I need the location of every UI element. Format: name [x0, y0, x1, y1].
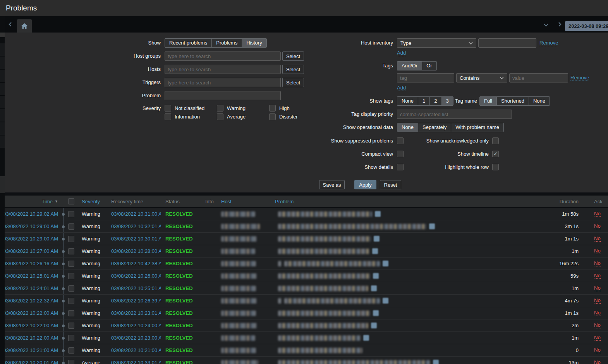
problem-time-link[interactable]: 03/08/2022 10:22:32 AM	[5, 298, 58, 304]
operational-data-separately[interactable]: Separately	[418, 123, 451, 132]
tag-name-input[interactable]	[397, 73, 454, 82]
row-checkbox[interactable]	[68, 360, 74, 364]
row-checkbox[interactable]	[68, 236, 74, 242]
highlight-whole-row-checkbox[interactable]	[492, 164, 499, 170]
triggers-input[interactable]	[165, 78, 281, 87]
host-inventory-value-input[interactable]	[478, 38, 536, 48]
ack-link[interactable]: No	[594, 285, 601, 291]
ack-link[interactable]: No	[594, 273, 601, 279]
status-link[interactable]: RESOLVED	[165, 298, 193, 304]
host-inventory-type-select[interactable]: Type	[397, 38, 476, 48]
status-link[interactable]: RESOLVED	[165, 261, 193, 266]
recovery-time-link[interactable]: 03/08/2022 10:30:01 AM	[111, 236, 161, 242]
recovery-time-link[interactable]: 03/08/2022 10:33:01 AM	[111, 360, 161, 364]
row-checkbox[interactable]	[68, 335, 74, 341]
severity-average-checkbox[interactable]	[217, 113, 223, 120]
column-header-severity[interactable]: Severity	[77, 196, 107, 207]
ack-link[interactable]: No	[594, 236, 601, 242]
triggers-select-button[interactable]: Select	[282, 78, 304, 87]
save-as-button[interactable]: Save as	[319, 180, 345, 189]
problem-time-link[interactable]: 03/08/2022 10:29:02 AM	[5, 211, 58, 217]
tab-home[interactable]	[17, 19, 32, 33]
ack-link[interactable]: No	[594, 335, 601, 341]
tags-operator-or[interactable]: Or	[422, 62, 436, 70]
row-checkbox[interactable]	[68, 248, 74, 254]
status-link[interactable]: RESOLVED	[165, 273, 193, 279]
problem-time-link[interactable]: 03/08/2022 10:24:01 AM	[5, 285, 58, 291]
tag-value-input[interactable]	[509, 73, 568, 82]
ack-link[interactable]: No	[594, 360, 601, 364]
problem-time-link[interactable]: 03/08/2022 10:22:00 AM	[5, 323, 58, 328]
severity-warning-checkbox[interactable]	[217, 105, 223, 112]
problem-time-link[interactable]: 03/08/2022 10:26:16 AM	[5, 261, 58, 266]
operational-data-with-problem-name[interactable]: With problem name	[451, 123, 503, 132]
row-checkbox[interactable]	[68, 211, 74, 217]
recovery-time-link[interactable]: 03/08/2022 10:24:00 AM	[111, 323, 161, 328]
problem-time-link[interactable]: 03/08/2022 10:25:01 AM	[5, 273, 58, 279]
ack-link[interactable]: No	[594, 223, 601, 229]
problem-time-link[interactable]: 03/08/2022 10:22:00 AM	[5, 310, 58, 316]
recovery-time-link[interactable]: 03/08/2022 10:23:00 AM	[111, 335, 161, 341]
problem-time-link[interactable]: 03/08/2022 10:29:00 AM	[5, 236, 58, 242]
ack-link[interactable]: No	[594, 248, 601, 254]
recovery-time-link[interactable]: 03/08/2022 10:28:00 AM	[111, 248, 161, 254]
ack-link[interactable]: No	[594, 211, 601, 217]
tag-name-full[interactable]: Full	[480, 97, 496, 105]
chevron-left-icon[interactable]	[7, 21, 14, 28]
problem-time-link[interactable]: 03/08/2022 10:20:01 AM	[5, 360, 58, 364]
tag-remove-link[interactable]: Remove	[570, 75, 589, 81]
problem-time-link[interactable]: 03/08/2022 10:27:00 AM	[5, 248, 58, 254]
row-checkbox[interactable]	[68, 298, 74, 304]
host-inventory-add-link[interactable]: Add	[397, 50, 406, 56]
status-link[interactable]: RESOLVED	[165, 248, 193, 254]
chevron-right-icon[interactable]	[556, 21, 563, 28]
operational-data-none[interactable]: None	[397, 123, 418, 132]
show-unacknowledged-only-checkbox[interactable]	[492, 137, 499, 144]
severity-information-checkbox[interactable]	[165, 113, 171, 120]
chevron-down-icon[interactable]	[542, 22, 549, 29]
recovery-time-link[interactable]: 03/08/2022 10:42:38 AM	[111, 261, 161, 266]
host-inventory-remove-link[interactable]: Remove	[539, 40, 558, 46]
recovery-time-link[interactable]: 03/08/2022 10:31:00 AM	[111, 211, 161, 217]
problem-input[interactable]	[165, 91, 281, 100]
problem-time-link[interactable]: 03/08/2022 10:22:00 AM	[5, 335, 58, 341]
hosts-input[interactable]	[165, 65, 281, 74]
status-link[interactable]: RESOLVED	[165, 211, 193, 217]
show-details-checkbox[interactable]	[397, 164, 404, 170]
status-link[interactable]: RESOLVED	[165, 347, 193, 353]
recovery-time-link[interactable]: 03/08/2022 10:21:00 AM	[111, 347, 161, 353]
problem-time-link[interactable]: 03/08/2022 10:29:00 AM	[5, 223, 58, 229]
row-checkbox[interactable]	[68, 261, 74, 267]
recovery-time-link[interactable]: 03/08/2022 10:23:01 AM	[111, 310, 161, 316]
row-checkbox[interactable]	[68, 223, 74, 230]
show-suppressed-problems-checkbox[interactable]	[397, 137, 404, 144]
select-all-checkbox[interactable]	[68, 198, 74, 204]
status-link[interactable]: RESOLVED	[165, 335, 193, 341]
row-checkbox[interactable]	[68, 285, 74, 292]
row-checkbox[interactable]	[68, 310, 74, 316]
host-groups-input[interactable]	[165, 52, 281, 61]
tag-add-link[interactable]: Add	[397, 85, 406, 91]
tag-match-select[interactable]: Contains	[456, 73, 507, 82]
status-link[interactable]: RESOLVED	[165, 236, 193, 242]
ack-link[interactable]: No	[594, 261, 601, 266]
status-link[interactable]: RESOLVED	[165, 310, 193, 316]
recovery-time-link[interactable]: 03/08/2022 10:32:01 AM	[111, 223, 161, 229]
tags-operator-andor[interactable]: And/Or	[397, 62, 422, 70]
row-checkbox[interactable]	[68, 347, 74, 354]
column-header-host[interactable]: Host	[218, 196, 275, 207]
column-header-time[interactable]: Time▼	[5, 196, 60, 207]
row-checkbox[interactable]	[68, 323, 74, 329]
ack-link[interactable]: No	[594, 347, 601, 353]
recovery-time-link[interactable]: 03/08/2022 10:25:01 AM	[111, 285, 161, 291]
row-checkbox[interactable]	[68, 273, 74, 279]
reset-button[interactable]: Reset	[380, 180, 401, 189]
status-link[interactable]: RESOLVED	[165, 223, 193, 229]
ack-link[interactable]: No	[594, 323, 601, 328]
recovery-time-link[interactable]: 03/08/2022 10:26:00 AM	[111, 273, 161, 279]
severity-high-checkbox[interactable]	[269, 105, 276, 112]
time-range-button[interactable]: 2022-03-08 09:29:2	[565, 21, 608, 31]
show-option-history[interactable]: History	[242, 39, 266, 47]
status-link[interactable]: RESOLVED	[165, 323, 193, 328]
ack-link[interactable]: No	[594, 298, 601, 304]
